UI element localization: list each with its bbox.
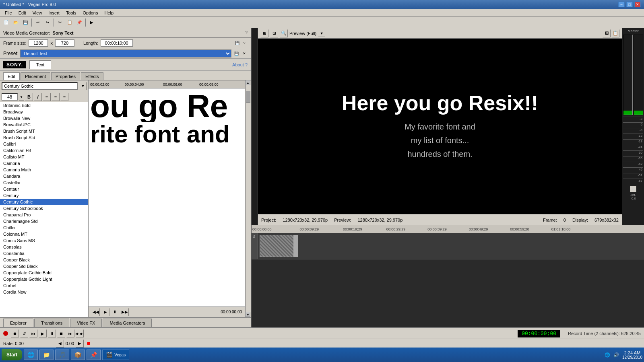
render-btn[interactable]: ▶ — [87, 18, 96, 27]
font-item-brushscriptmt[interactable]: Brush Script MT — [0, 128, 88, 134]
preset-select[interactable]: Default Text — [20, 49, 231, 58]
preset-save-btn[interactable]: 💾 — [233, 50, 239, 57]
transport-play[interactable]: ▶ — [39, 329, 47, 337]
font-item-constantia[interactable]: Constantia — [0, 250, 88, 257]
tab-edit[interactable]: Edit — [3, 72, 20, 80]
align-right-btn[interactable]: ≡ — [60, 93, 68, 101]
font-item-browaliaupc[interactable]: BrowalliaUPC — [0, 121, 88, 128]
help-icon[interactable]: ? — [245, 31, 248, 35]
mini-next-btn[interactable]: ▶▶ — [121, 308, 129, 316]
redo-btn[interactable]: ↪ — [43, 18, 52, 27]
menu-help[interactable]: Help — [101, 10, 117, 16]
menu-tools[interactable]: Tools — [63, 10, 80, 16]
maximize-button[interactable]: □ — [626, 2, 633, 7]
font-dropdown-arrow-icon[interactable]: ▼ — [79, 82, 87, 90]
taskbar-app-vegas[interactable]: 🎬 Vegas — [102, 350, 129, 360]
font-size-input[interactable] — [2, 93, 18, 101]
taskbar-app-folder[interactable]: 📁 — [39, 350, 54, 360]
tab-effects[interactable]: Effects — [81, 72, 103, 80]
font-item-californian[interactable]: Californian FB — [0, 147, 88, 154]
preset-close-btn[interactable]: ✕ — [241, 50, 248, 57]
font-item-cordia[interactable]: Cordia New — [0, 289, 88, 295]
font-item-colonna[interactable]: Colonna MT — [0, 231, 88, 237]
transport-stop[interactable]: ⏹ — [57, 329, 65, 337]
font-item-copperplate-light[interactable]: Copperplate Gothic Light — [0, 276, 88, 282]
menu-options[interactable]: Options — [80, 10, 101, 16]
close-button[interactable]: ✕ — [634, 2, 641, 7]
transport-record[interactable]: ⏺ — [11, 329, 19, 337]
font-item-castellar[interactable]: Castellar — [0, 179, 88, 186]
rate-inc-btn[interactable]: ▶ — [76, 339, 84, 348]
align-center-btn[interactable]: ≡ — [52, 93, 60, 101]
video-clip[interactable] — [260, 235, 298, 257]
length-input[interactable] — [101, 39, 133, 47]
font-item-candara[interactable]: Candara — [0, 173, 88, 179]
start-button[interactable]: Start — [2, 349, 22, 360]
preview-copy-btn[interactable]: 📋 — [611, 29, 619, 37]
about-link[interactable]: About ? — [232, 62, 248, 67]
save-btn[interactable]: 💾 — [21, 18, 30, 27]
transport-ff[interactable]: ⏭ — [66, 329, 74, 337]
paste-btn[interactable]: 📌 — [75, 18, 84, 27]
copy-btn[interactable]: 📋 — [65, 18, 74, 27]
font-item-century-gothic[interactable]: Century Gothic — [0, 199, 88, 205]
menu-file[interactable]: File — [2, 10, 15, 16]
text-tab[interactable]: Text — [29, 60, 51, 69]
preview-scrollbar[interactable]: ▲ ▼ — [245, 80, 251, 317]
font-item-cambria[interactable]: Cambria — [0, 160, 88, 167]
taskbar-app-media[interactable]: 🎵 — [55, 350, 69, 360]
tab-placement[interactable]: Placement — [21, 72, 50, 80]
vu-settings-btn[interactable]: ⚙ — [630, 186, 636, 192]
font-item-calibri[interactable]: Calibri — [0, 141, 88, 147]
tab-properties[interactable]: Properties — [51, 72, 80, 80]
cut-btn[interactable]: ✂ — [56, 18, 64, 27]
minimize-button[interactable]: – — [618, 2, 625, 7]
font-size-dropdown[interactable]: ▼ — [19, 93, 24, 101]
frame-height-input[interactable] — [55, 39, 74, 47]
menu-insert[interactable]: Insert — [45, 10, 63, 16]
font-item-comicsans[interactable]: Comic Sans MS — [0, 237, 88, 244]
font-item-cambriamath[interactable]: Cambria Math — [0, 167, 88, 173]
transport-end[interactable]: ⏭⏭ — [76, 329, 84, 337]
preview-fit-btn[interactable]: ⊡ — [270, 29, 278, 37]
mini-play-btn[interactable]: ▶ — [101, 308, 109, 316]
open-btn[interactable]: 📂 — [11, 18, 20, 27]
preview-ext-btn[interactable]: ⊞ — [603, 29, 611, 37]
tab-mediagen[interactable]: Media Generators — [103, 319, 152, 327]
taskbar-app-pin[interactable]: 📌 — [87, 350, 101, 360]
font-item-copperplate-bold[interactable]: Copperplate Gothic Bold — [0, 269, 88, 276]
transport-pause[interactable]: ⏸ — [48, 329, 56, 337]
font-item-browalia[interactable]: Browalia New — [0, 115, 88, 121]
rate-dec-btn[interactable]: ◀ — [56, 339, 64, 348]
font-item-cooper-std-black[interactable]: Cooper Std Black — [0, 263, 88, 269]
mini-prev-btn[interactable]: ◀◀ — [92, 308, 100, 316]
menu-edit[interactable]: Edit — [15, 10, 29, 16]
font-item-chiller[interactable]: Chiller — [0, 224, 88, 231]
font-name-input[interactable] — [2, 82, 78, 90]
preview-zoom-btn[interactable]: 🔍 — [280, 29, 288, 37]
taskbar-app-ie[interactable]: 🌐 — [24, 350, 38, 360]
font-item-century[interactable]: Century — [0, 192, 88, 199]
transport-rew[interactable]: ⏮ — [29, 329, 37, 337]
frame-width-input[interactable] — [29, 39, 48, 47]
font-item-brushscriptstd[interactable]: Brush Script Std — [0, 134, 88, 141]
font-item-century-schoolbook[interactable]: Century Schoolbook — [0, 205, 88, 212]
font-item-corbel[interactable]: Corbel — [0, 282, 88, 289]
tab-transitions[interactable]: Transitions — [34, 319, 69, 327]
font-item-calisto[interactable]: Calisto MT — [0, 154, 88, 160]
mini-pause-btn[interactable]: ⏸ — [111, 308, 119, 316]
align-left-btn[interactable]: ≡ — [43, 93, 51, 101]
font-item-consolas[interactable]: Consolas — [0, 244, 88, 250]
font-item-charlemagne[interactable]: Charlemagne Std — [0, 218, 88, 224]
font-item-centaur[interactable]: Centaur — [0, 186, 88, 192]
new-btn[interactable]: 📄 — [2, 18, 10, 27]
font-item-cooper-black[interactable]: Cooper Black — [0, 257, 88, 263]
transport-loop[interactable]: ↺ — [20, 329, 28, 337]
font-item-chaparral[interactable]: Chaparral Pro — [0, 212, 88, 218]
preview-snap-btn[interactable]: ⊞ — [260, 29, 268, 37]
frame-help-btn[interactable]: ? — [241, 40, 248, 46]
taskbar-app-stack[interactable]: 📦 — [71, 350, 85, 360]
menu-view[interactable]: View — [29, 10, 45, 16]
italic-btn[interactable]: I — [34, 93, 42, 101]
preview-dropdown[interactable]: ▼ — [318, 30, 325, 37]
